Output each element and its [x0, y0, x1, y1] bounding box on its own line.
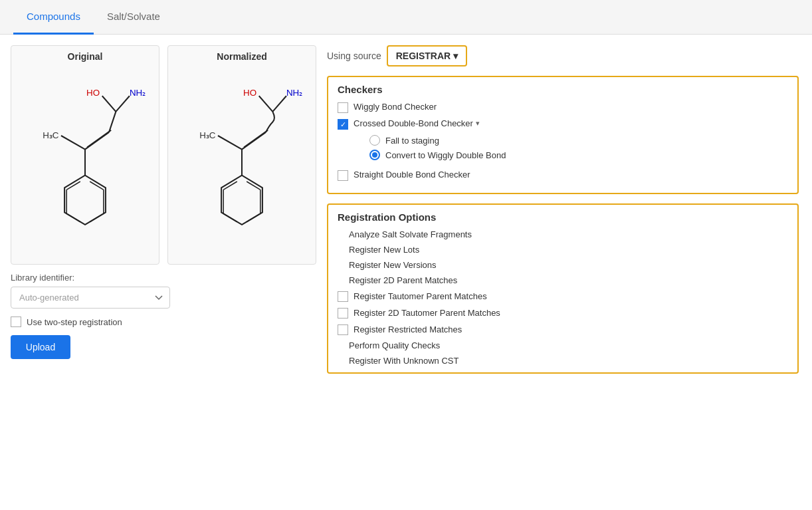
reg-option-register-tautomer: Register Tautomer Parent Matches — [338, 291, 788, 302]
reg-option-register-new-versions: Register New Versions — [338, 260, 788, 270]
checker-straight-double-bond: Straight Double Bond Checker — [338, 170, 788, 181]
svg-line-6 — [66, 213, 80, 221]
register-new-lots-label: Register New Lots — [349, 245, 419, 255]
radio-fall-staging: Fall to staging — [369, 135, 506, 146]
reg-option-register-2d-tautomer: Register 2D Tautomer Parent Matches — [338, 307, 788, 319]
normalized-structure-box: Normalized — [167, 45, 316, 265]
crossed-double-bond-label: Crossed Double-Bond Checker — [354, 118, 473, 128]
perform-quality-checkbox[interactable] — [338, 340, 344, 350]
register-2d-parent-label: Register 2D Parent Matches — [349, 275, 457, 285]
analyze-salt-checkbox[interactable] — [338, 229, 344, 239]
normalized-title: Normalized — [217, 51, 266, 62]
checkers-title: Checkers — [338, 84, 788, 95]
straight-double-bond-checkbox[interactable] — [338, 170, 348, 181]
register-restricted-label: Register Restricted Matches — [354, 324, 462, 334]
svg-line-15 — [116, 96, 130, 112]
two-step-checkbox[interactable] — [11, 317, 21, 327]
registration-options-list: Analyze Salt Solvate Fragments Register … — [338, 229, 788, 366]
reg-option-register-new-lots: Register New Lots — [338, 245, 788, 255]
tab-salt-solvate[interactable]: Salt/Solvate — [94, 0, 173, 35]
register-2d-tautomer-checkbox[interactable] — [338, 308, 348, 319]
radio-convert-wiggly: Convert to Wiggly Double Bond — [369, 150, 506, 160]
left-panel: Original — [11, 45, 316, 497]
original-title: Original — [68, 51, 103, 62]
registrar-button[interactable]: REGISTRAR ▾ — [387, 45, 467, 66]
crossed-double-bond-dropdown-icon[interactable]: ▾ — [476, 119, 480, 128]
register-new-versions-label: Register New Versions — [349, 260, 437, 270]
svg-line-26 — [244, 130, 268, 148]
registrar-label: REGISTRAR — [396, 51, 451, 61]
fall-staging-label: Fall to staging — [385, 136, 439, 146]
register-tautomer-checkbox[interactable] — [338, 291, 348, 302]
straight-double-bond-label: Straight Double Bond Checker — [354, 170, 470, 180]
original-structure-box: Original — [11, 45, 159, 265]
svg-marker-17 — [221, 176, 262, 225]
crossed-double-bond-checkbox[interactable] — [338, 119, 348, 130]
registrar-dropdown-arrow: ▾ — [453, 51, 458, 61]
reg-option-perform-quality: Perform Quality Checks — [338, 340, 788, 350]
register-unknown-cst-label: Register With Unknown CST — [349, 356, 458, 366]
svg-text:HO: HO — [86, 88, 100, 98]
original-molecule-svg: H₃C HO NH₂ — [17, 67, 153, 259]
svg-marker-0 — [64, 176, 106, 225]
reg-option-register-unknown-cst: Register With Unknown CST — [338, 356, 788, 366]
register-2d-parent-checkbox[interactable] — [338, 275, 344, 285]
structures-row: Original — [11, 45, 316, 265]
library-select[interactable]: Auto-generated — [11, 287, 170, 309]
wiggly-bond-checkbox[interactable] — [338, 102, 348, 113]
svg-line-13 — [102, 96, 116, 112]
upload-button[interactable]: Upload — [11, 335, 70, 359]
svg-line-9 — [87, 130, 111, 148]
perform-quality-label: Perform Quality Checks — [349, 340, 440, 350]
reg-option-register-restricted: Register Restricted Matches — [338, 324, 788, 335]
registration-options-title: Registration Options — [338, 211, 788, 223]
convert-wiggly-radio[interactable] — [369, 150, 380, 160]
fall-staging-radio[interactable] — [369, 135, 380, 146]
register-tautomer-label: Register Tautomer Parent Matches — [354, 291, 487, 301]
tab-bar: Compounds Salt/Solvate — [0, 0, 812, 35]
svg-text:NH₂: NH₂ — [286, 88, 302, 98]
register-new-lots-checkbox[interactable] — [338, 245, 344, 255]
reg-option-register-2d-parent: Register 2D Parent Matches — [338, 275, 788, 285]
checker-crossed-double-bond: Crossed Double-Bond Checker ▾ Fall to st… — [338, 118, 788, 164]
checker-wiggly-bond: Wiggly Bond Checker — [338, 102, 788, 113]
checkers-section: Checkers Wiggly Bond Checker Crossed Dou… — [327, 76, 799, 194]
register-2d-tautomer-label: Register 2D Tautomer Parent Matches — [354, 308, 500, 318]
registration-options-section: Registration Options Analyze Salt Solvat… — [327, 203, 799, 374]
analyze-salt-label: Analyze Salt Solvate Fragments — [349, 229, 472, 239]
source-label: Using source — [327, 51, 381, 61]
svg-text:H₃C: H₃C — [199, 130, 216, 140]
reg-option-analyze-salt: Analyze Salt Solvate Fragments — [338, 229, 788, 239]
crossed-double-bond-sub-options: Fall to staging Convert to Wiggly Double… — [369, 135, 506, 164]
svg-line-1 — [90, 213, 104, 221]
register-new-versions-checkbox[interactable] — [338, 260, 344, 270]
svg-text:NH₂: NH₂ — [130, 88, 146, 98]
library-section: Library identifier: Auto-generated — [11, 273, 316, 309]
register-restricted-checkbox[interactable] — [338, 324, 348, 335]
svg-line-12 — [109, 112, 116, 132]
svg-text:HO: HO — [243, 88, 256, 98]
two-step-label: Use two-step registration — [27, 317, 122, 327]
library-label: Library identifier: — [11, 273, 316, 283]
svg-line-31 — [272, 96, 286, 112]
svg-line-10 — [61, 136, 85, 150]
convert-wiggly-label: Convert to Wiggly Double Bond — [385, 150, 506, 160]
tab-compounds[interactable]: Compounds — [13, 0, 94, 35]
svg-line-29 — [259, 96, 273, 112]
wiggly-bond-label: Wiggly Bond Checker — [354, 102, 437, 112]
source-row: Using source REGISTRAR ▾ — [327, 45, 799, 66]
normalized-molecule-svg: H₃C HO NH₂ — [173, 67, 310, 259]
register-unknown-cst-checkbox[interactable] — [338, 356, 344, 366]
svg-text:H₃C: H₃C — [43, 130, 59, 140]
main-content: Original — [0, 35, 812, 507]
svg-line-18 — [247, 213, 260, 221]
svg-line-27 — [218, 136, 242, 150]
right-panel: Using source REGISTRAR ▾ Checkers Wiggly… — [327, 45, 801, 497]
two-step-row: Use two-step registration — [11, 317, 316, 327]
svg-line-23 — [223, 213, 237, 221]
